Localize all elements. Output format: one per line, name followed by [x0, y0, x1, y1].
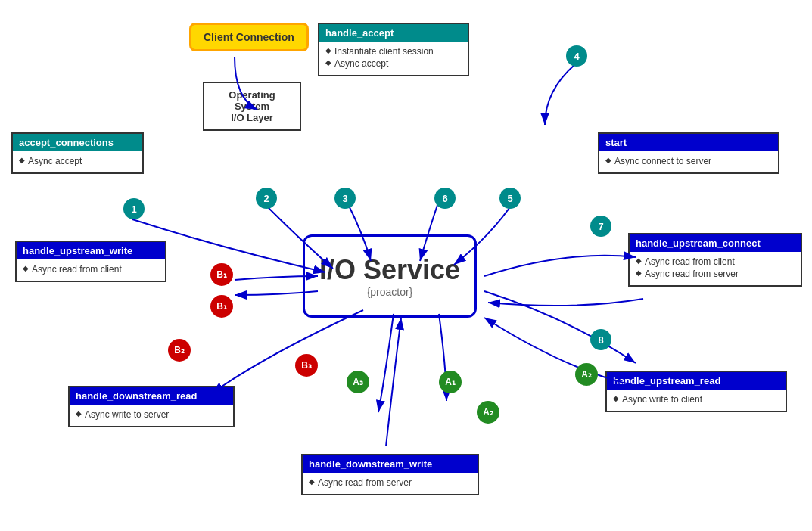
- diagram-container: Client Connection Operating SystemI/O La…: [0, 0, 812, 531]
- num-circle-6: 6: [434, 188, 456, 209]
- num-circle-7: 7: [590, 216, 611, 237]
- client-connection-box: Client Connection: [189, 23, 309, 51]
- a2-bottom-circle: A₂: [477, 401, 499, 424]
- handle-upstream-write-content: Async read from client: [17, 259, 165, 281]
- handle-accept-box: handle_accept Instantiate client session…: [318, 23, 469, 76]
- handle-upstream-read-box: handle_upstream_read Async write to clie…: [605, 371, 787, 412]
- num-circle-8: 8: [590, 329, 611, 350]
- handle-accept-title: handle_accept: [319, 24, 468, 42]
- handle-downstream-read-box: handle_downstream_read Async write to se…: [68, 386, 235, 427]
- client-connection-label: Client Connection: [204, 31, 294, 43]
- io-service-title: I/O Service: [319, 254, 460, 286]
- os-layer-label: Operating SystemI/O Layer: [229, 89, 275, 123]
- accept-connections-box: accept_connections Async accept: [11, 132, 144, 174]
- io-service-subtitle: {proactor}: [367, 286, 413, 298]
- handle-accept-content: Instantiate client session Async accept: [319, 42, 468, 75]
- b1-top-circle: B₁: [210, 263, 233, 286]
- handle-downstream-read-title: handle_downstream_read: [70, 387, 233, 405]
- num-circle-3: 3: [334, 188, 356, 209]
- handle-upstream-connect-box: handle_upstream_connect Async read from …: [628, 233, 802, 287]
- start-box: start Async connect to server: [598, 132, 779, 174]
- handle-downstream-read-content: Async write to server: [70, 405, 233, 426]
- num-circle-5: 5: [499, 188, 521, 209]
- io-service-center-box: I/O Service {proactor}: [303, 234, 477, 318]
- num-circle-2: 2: [256, 188, 277, 209]
- handle-upstream-read-content: Async write to client: [607, 390, 786, 411]
- handle-upstream-read-title: handle_upstream_read: [607, 372, 786, 390]
- start-content: Async connect to server: [599, 151, 778, 172]
- a1-circle: A₁: [439, 371, 462, 393]
- handle-upstream-write-box: handle_upstream_write Async read from cl…: [15, 241, 166, 282]
- b3-circle: B₃: [295, 354, 318, 377]
- a3-left-circle: A₃: [347, 371, 369, 393]
- num-circle-4: 4: [566, 45, 587, 67]
- num-circle-1: 1: [123, 198, 145, 219]
- accept-connections-title: accept_connections: [13, 134, 142, 151]
- b2-circle: B₂: [168, 339, 191, 362]
- handle-downstream-write-box: handle_downstream_write Async read from …: [301, 454, 479, 495]
- handle-upstream-connect-content: Async read from client Async read from s…: [630, 252, 801, 285]
- handle-upstream-write-title: handle_upstream_write: [17, 242, 165, 259]
- a2-right-circle: A₂: [575, 363, 598, 386]
- b1-bottom-circle: B₁: [210, 295, 233, 318]
- accept-connections-content: Async accept: [13, 151, 142, 172]
- start-title: start: [599, 134, 778, 151]
- handle-downstream-write-content: Async read from server: [303, 473, 478, 494]
- handle-downstream-write-title: handle_downstream_write: [303, 455, 478, 473]
- os-layer-box: Operating SystemI/O Layer: [203, 82, 301, 131]
- handle-upstream-connect-title: handle_upstream_connect: [630, 234, 801, 252]
